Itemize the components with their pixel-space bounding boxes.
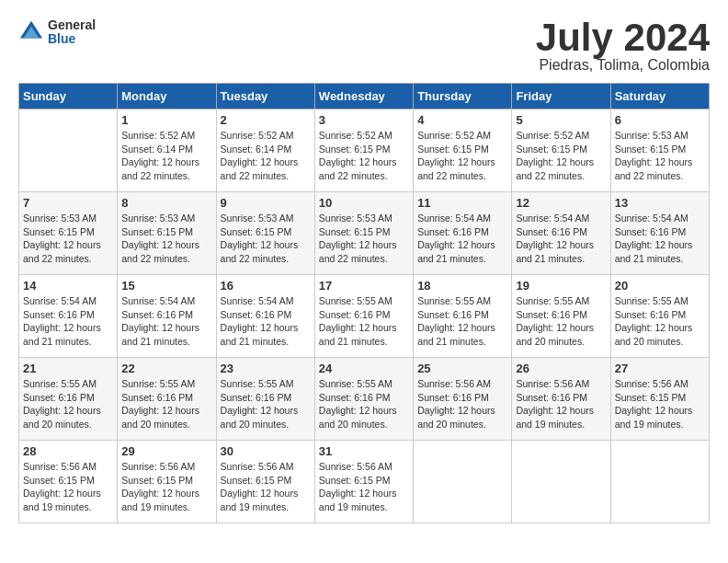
calendar-week-row: 28Sunrise: 5:56 AM Sunset: 6:15 PM Dayli… bbox=[19, 441, 710, 523]
calendar-cell: 17Sunrise: 5:55 AM Sunset: 6:16 PM Dayli… bbox=[314, 275, 413, 358]
calendar-cell: 25Sunrise: 5:56 AM Sunset: 6:16 PM Dayli… bbox=[414, 358, 512, 441]
cell-info: Sunrise: 5:56 AM Sunset: 6:15 PM Dayligh… bbox=[121, 460, 211, 514]
cell-info: Sunrise: 5:52 AM Sunset: 6:14 PM Dayligh… bbox=[221, 129, 311, 183]
calendar-cell: 23Sunrise: 5:55 AM Sunset: 6:16 PM Dayli… bbox=[216, 358, 314, 441]
logo-blue-text: Blue bbox=[48, 32, 96, 46]
calendar-cell: 30Sunrise: 5:56 AM Sunset: 6:15 PM Dayli… bbox=[216, 441, 314, 523]
calendar-week-row: 21Sunrise: 5:55 AM Sunset: 6:16 PM Dayli… bbox=[19, 358, 710, 441]
day-number: 31 bbox=[319, 444, 409, 458]
month-title: July 2024 bbox=[536, 18, 710, 57]
cell-info: Sunrise: 5:52 AM Sunset: 6:14 PM Dayligh… bbox=[121, 129, 211, 183]
day-number: 24 bbox=[319, 362, 409, 375]
calendar-week-row: 14Sunrise: 5:54 AM Sunset: 6:16 PM Dayli… bbox=[19, 275, 710, 358]
calendar-cell: 13Sunrise: 5:54 AM Sunset: 6:16 PM Dayli… bbox=[610, 192, 709, 275]
cell-info: Sunrise: 5:53 AM Sunset: 6:15 PM Dayligh… bbox=[221, 212, 311, 266]
cell-info: Sunrise: 5:56 AM Sunset: 6:16 PM Dayligh… bbox=[516, 377, 606, 431]
calendar-cell: 7Sunrise: 5:53 AM Sunset: 6:15 PM Daylig… bbox=[19, 192, 118, 275]
logo-icon bbox=[18, 19, 44, 45]
day-number: 2 bbox=[221, 113, 311, 127]
cell-info: Sunrise: 5:55 AM Sunset: 6:16 PM Dayligh… bbox=[221, 377, 311, 431]
day-number: 27 bbox=[615, 362, 705, 375]
calendar-week-row: 1Sunrise: 5:52 AM Sunset: 6:14 PM Daylig… bbox=[19, 109, 710, 192]
cell-info: Sunrise: 5:54 AM Sunset: 6:16 PM Dayligh… bbox=[615, 212, 705, 266]
calendar-cell: 19Sunrise: 5:55 AM Sunset: 6:16 PM Dayli… bbox=[512, 275, 610, 358]
page-header: General Blue July 2024 Piedras, Tolima, … bbox=[18, 18, 710, 74]
day-number: 22 bbox=[121, 362, 211, 375]
title-section: July 2024 Piedras, Tolima, Colombia bbox=[536, 18, 710, 74]
calendar-cell: 18Sunrise: 5:55 AM Sunset: 6:16 PM Dayli… bbox=[414, 275, 512, 358]
day-number: 9 bbox=[221, 196, 311, 210]
day-number: 14 bbox=[23, 279, 113, 293]
header-wednesday: Wednesday bbox=[314, 84, 413, 109]
day-number: 3 bbox=[319, 113, 409, 127]
calendar-cell: 9Sunrise: 5:53 AM Sunset: 6:15 PM Daylig… bbox=[216, 192, 314, 275]
day-number: 28 bbox=[23, 444, 113, 458]
cell-info: Sunrise: 5:54 AM Sunset: 6:16 PM Dayligh… bbox=[121, 294, 211, 349]
logo-general-text: General bbox=[48, 18, 96, 32]
day-number: 30 bbox=[221, 444, 311, 458]
cell-info: Sunrise: 5:55 AM Sunset: 6:16 PM Dayligh… bbox=[121, 377, 211, 431]
calendar-cell: 2Sunrise: 5:52 AM Sunset: 6:14 PM Daylig… bbox=[216, 109, 314, 192]
day-number: 17 bbox=[319, 279, 409, 293]
cell-info: Sunrise: 5:55 AM Sunset: 6:16 PM Dayligh… bbox=[319, 294, 409, 349]
cell-info: Sunrise: 5:54 AM Sunset: 6:16 PM Dayligh… bbox=[516, 212, 606, 266]
cell-info: Sunrise: 5:55 AM Sunset: 6:16 PM Dayligh… bbox=[516, 294, 606, 349]
calendar-cell: 10Sunrise: 5:53 AM Sunset: 6:15 PM Dayli… bbox=[314, 192, 413, 275]
cell-info: Sunrise: 5:53 AM Sunset: 6:15 PM Dayligh… bbox=[121, 212, 211, 266]
day-number: 7 bbox=[23, 196, 113, 210]
calendar-cell: 26Sunrise: 5:56 AM Sunset: 6:16 PM Dayli… bbox=[512, 358, 610, 441]
calendar-week-row: 7Sunrise: 5:53 AM Sunset: 6:15 PM Daylig… bbox=[19, 192, 710, 275]
day-number: 5 bbox=[516, 113, 606, 127]
calendar-cell: 20Sunrise: 5:55 AM Sunset: 6:16 PM Dayli… bbox=[610, 275, 709, 358]
day-number: 23 bbox=[221, 362, 311, 375]
cell-info: Sunrise: 5:56 AM Sunset: 6:16 PM Dayligh… bbox=[417, 377, 507, 431]
calendar-cell: 29Sunrise: 5:56 AM Sunset: 6:15 PM Dayli… bbox=[118, 441, 216, 523]
day-number: 19 bbox=[516, 279, 606, 293]
day-number: 20 bbox=[615, 279, 705, 293]
calendar-cell: 24Sunrise: 5:55 AM Sunset: 6:16 PM Dayli… bbox=[314, 358, 413, 441]
cell-info: Sunrise: 5:53 AM Sunset: 6:15 PM Dayligh… bbox=[23, 212, 113, 266]
day-number: 26 bbox=[516, 362, 606, 375]
calendar-cell: 31Sunrise: 5:56 AM Sunset: 6:15 PM Dayli… bbox=[314, 441, 413, 523]
day-number: 6 bbox=[615, 113, 705, 127]
calendar-cell: 8Sunrise: 5:53 AM Sunset: 6:15 PM Daylig… bbox=[118, 192, 216, 275]
calendar-cell: 11Sunrise: 5:54 AM Sunset: 6:16 PM Dayli… bbox=[414, 192, 512, 275]
day-number: 4 bbox=[417, 113, 507, 127]
calendar-header-row: SundayMondayTuesdayWednesdayThursdayFrid… bbox=[19, 84, 710, 109]
cell-info: Sunrise: 5:53 AM Sunset: 6:15 PM Dayligh… bbox=[615, 129, 705, 183]
cell-info: Sunrise: 5:56 AM Sunset: 6:15 PM Dayligh… bbox=[319, 460, 409, 514]
calendar-cell: 14Sunrise: 5:54 AM Sunset: 6:16 PM Dayli… bbox=[19, 275, 118, 358]
day-number: 16 bbox=[221, 279, 311, 293]
header-friday: Friday bbox=[512, 84, 610, 109]
calendar-cell bbox=[512, 441, 610, 523]
calendar-cell: 3Sunrise: 5:52 AM Sunset: 6:15 PM Daylig… bbox=[314, 109, 413, 192]
cell-info: Sunrise: 5:56 AM Sunset: 6:15 PM Dayligh… bbox=[23, 460, 113, 514]
header-saturday: Saturday bbox=[610, 84, 709, 109]
calendar-cell: 15Sunrise: 5:54 AM Sunset: 6:16 PM Dayli… bbox=[118, 275, 216, 358]
calendar-cell: 16Sunrise: 5:54 AM Sunset: 6:16 PM Dayli… bbox=[216, 275, 314, 358]
cell-info: Sunrise: 5:55 AM Sunset: 6:16 PM Dayligh… bbox=[417, 294, 507, 349]
day-number: 18 bbox=[417, 279, 507, 293]
cell-info: Sunrise: 5:53 AM Sunset: 6:15 PM Dayligh… bbox=[319, 212, 409, 266]
day-number: 10 bbox=[319, 196, 409, 210]
day-number: 13 bbox=[615, 196, 705, 210]
cell-info: Sunrise: 5:52 AM Sunset: 6:15 PM Dayligh… bbox=[319, 129, 409, 183]
cell-info: Sunrise: 5:56 AM Sunset: 6:15 PM Dayligh… bbox=[221, 460, 311, 514]
calendar-cell: 4Sunrise: 5:52 AM Sunset: 6:15 PM Daylig… bbox=[414, 109, 512, 192]
day-number: 29 bbox=[121, 444, 211, 458]
header-tuesday: Tuesday bbox=[216, 84, 314, 109]
day-number: 21 bbox=[23, 362, 113, 375]
calendar-cell: 12Sunrise: 5:54 AM Sunset: 6:16 PM Dayli… bbox=[512, 192, 610, 275]
day-number: 1 bbox=[121, 113, 211, 127]
cell-info: Sunrise: 5:56 AM Sunset: 6:15 PM Dayligh… bbox=[615, 377, 705, 431]
day-number: 15 bbox=[121, 279, 211, 293]
calendar-cell bbox=[19, 109, 118, 192]
cell-info: Sunrise: 5:52 AM Sunset: 6:15 PM Dayligh… bbox=[516, 129, 606, 183]
calendar-cell bbox=[414, 441, 512, 523]
calendar-cell: 1Sunrise: 5:52 AM Sunset: 6:14 PM Daylig… bbox=[118, 109, 216, 192]
day-number: 11 bbox=[417, 196, 507, 210]
cell-info: Sunrise: 5:55 AM Sunset: 6:16 PM Dayligh… bbox=[615, 294, 705, 349]
day-number: 12 bbox=[516, 196, 606, 210]
cell-info: Sunrise: 5:52 AM Sunset: 6:15 PM Dayligh… bbox=[417, 129, 507, 183]
day-number: 8 bbox=[121, 196, 211, 210]
